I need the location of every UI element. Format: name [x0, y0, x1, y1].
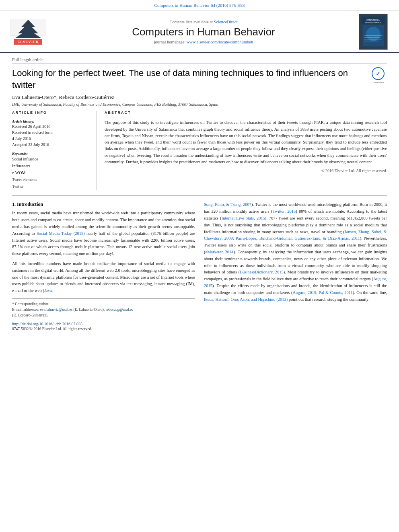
journal-homepage: journal homepage: www.elsevier.com/locat… [48, 40, 359, 44]
keyword-influencers: Influencers [12, 162, 90, 169]
article-info-column: ARTICLE INFO Article history: Received 2… [12, 111, 97, 190]
doi-link-line: http://dx.doi.org/10.1016/j.chb.2016.07.… [12, 322, 195, 326]
section-divider [12, 195, 387, 196]
article-body: Full length article Looking for the perf… [0, 53, 399, 339]
received-date: Received 26 April 2016 [12, 123, 90, 129]
journal-title: Computers in Human Behavior [48, 26, 359, 38]
ikeda-ref[interactable]: Ikeda, Hattoril, Ono, Asoh, and Higashin… [204, 297, 288, 302]
email1-link[interactable]: eva.lahuerta@usal.es [40, 308, 73, 312]
svg-text:COMPUTERS IN: COMPUTERS IN [366, 19, 380, 21]
augure-ref[interactable]: Augure, 2015 [204, 277, 387, 288]
main-content-columns: 1. Introduction In recent years, social … [12, 201, 387, 331]
abstract-column: ABSTRACT The purpose of this study is to… [105, 111, 387, 190]
article-title-block: Looking for the perfect tweet. The use o… [12, 67, 387, 91]
elsevier-label: ELSEVIER [14, 39, 42, 45]
footnote-area: * Corresponding author. E-mail addresses… [12, 298, 195, 331]
article-title: Looking for the perfect tweet. The use o… [12, 67, 364, 91]
top-banner: Computers in Human Behavior 64 (2016) 57… [0, 0, 399, 10]
revised-label: Received in revised form [12, 129, 90, 136]
info-abstract-block: ARTICLE INFO Article history: Received 2… [12, 111, 387, 190]
keyword-twitter: Twitter [12, 183, 90, 190]
journal-reference-link[interactable]: Computers in Human Behavior 64 (2016) 57… [154, 3, 245, 8]
elsevier-tree-icon [10, 19, 46, 39]
crossmark-icon[interactable]: ✓ [372, 67, 385, 80]
keyword-tweet-elements: Tweet elements [12, 176, 90, 183]
accepted-date: Accepted 22 July 2016 [12, 142, 90, 148]
journal-cover-block: COMPUTERS IN HUMAN BEHAVIOR [359, 14, 391, 50]
main-left-column: 1. Introduction In recent years, social … [12, 201, 195, 331]
crossmark-block: ✓ CrossMark [369, 67, 387, 84]
email-footnote: E-mail addresses: eva.lahuerta@usal.es (… [12, 307, 195, 312]
emarketer-ref[interactable]: eMarketer, 2014 [206, 250, 234, 254]
song-ref[interactable]: Song, Finin, & Tseng, 2007 [204, 202, 251, 207]
jansen-ref[interactable]: Jansen, Zhang, Sobel, & Chowdury, 2009; … [204, 230, 387, 241]
email2-link[interactable]: rebecacg@usal.es [106, 308, 133, 312]
abstract-heading: ABSTRACT [105, 111, 387, 116]
java-ref[interactable]: Java, [44, 288, 53, 293]
crossmark-label: CrossMark [372, 81, 384, 84]
right-paragraph-1: Song, Finin, & Tseng, 2007). Twitter is … [204, 201, 387, 303]
intro-paragraph-2: All this incredible numbers have made br… [12, 261, 195, 294]
copyright-line: © 2016 Elsevier Ltd. All rights reserved… [105, 168, 387, 173]
corresponding-author-note: * Corresponding author. [12, 301, 195, 307]
main-right-column: Song, Finin, & Tseng, 2007). Twitter is … [204, 201, 387, 331]
history-label: Article history: [12, 119, 90, 123]
doi-link[interactable]: http://dx.doi.org/10.1016/j.chb.2016.07.… [12, 322, 82, 326]
abstract-text: The purpose of this study is to investig… [105, 119, 387, 165]
twitter-2015-ref[interactable]: Twitter, 2015 [273, 209, 296, 214]
journal-cover-image: COMPUTERS IN HUMAN BEHAVIOR [359, 14, 388, 50]
cover-illustration: COMPUTERS IN HUMAN BEHAVIOR [361, 14, 386, 49]
internet-live-stats-ref[interactable]: Internet Live Stats, 2015 [222, 216, 265, 220]
sciencedirect-link[interactable]: ScienceDirect [214, 20, 238, 24]
intro-heading: 1. Introduction [12, 201, 195, 207]
keyword-ewom: e-WOM [12, 169, 90, 176]
revised-date: 4 July 2016 [12, 136, 90, 142]
augure-pal-ref[interactable]: Augure, 2015; Pal & Counts, 2011 [293, 290, 353, 295]
intro-paragraph-1: In recent years, social media have trans… [12, 210, 195, 257]
journal-header: ELSEVIER Contents lists available at Sci… [0, 10, 399, 53]
issn-line: 0747-5632/© 2016 Elsevier Ltd. All right… [12, 327, 195, 331]
email2-name: (R. Cordero-Gutiérrez). [12, 312, 195, 318]
affiliation-line: IME, University of Salamanca, Faculty of… [12, 102, 387, 107]
reveals-word: reveals [156, 134, 168, 138]
keywords-label: Keywords: [12, 152, 90, 156]
journal-center-block: Contents lists available at ScienceDirec… [48, 20, 359, 44]
article-history-section: Article history: Received 26 April 2016 … [12, 119, 90, 148]
journal-homepage-link[interactable]: www.elsevier.com/locate/comphumbeh [187, 40, 253, 44]
contents-available-text: Contents lists available at ScienceDirec… [48, 20, 359, 24]
svg-point-7 [366, 27, 380, 41]
svg-text:HUMAN BEHAVIOR: HUMAN BEHAVIOR [365, 22, 381, 24]
article-info-heading: ARTICLE INFO [12, 111, 90, 116]
keyword-social-influence: Social influence [12, 156, 90, 162]
businessdictionary-ref[interactable]: BusinessDictionary, 2015 [240, 270, 284, 274]
elsevier-logo-block: ELSEVIER [8, 19, 48, 45]
article-type-label: Full length article [12, 57, 387, 64]
authors-line: Eva Lahuerta-Otero*, Rebeca Cordero-Guti… [12, 94, 387, 101]
social-media-today-ref[interactable]: Social Media Today (2015) [37, 231, 85, 236]
keywords-section: Keywords: Social influence Influencers e… [12, 152, 90, 190]
